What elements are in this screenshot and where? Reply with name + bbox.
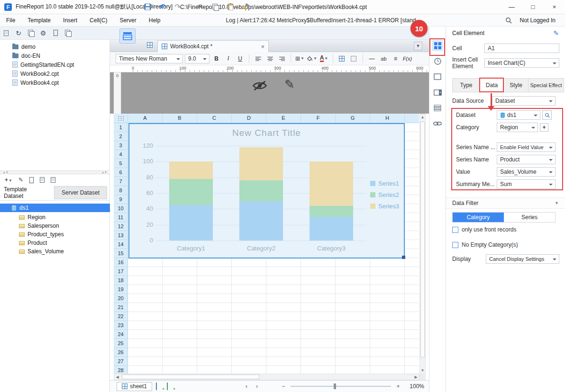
italic-button[interactable]: I: [223, 53, 233, 64]
preview-button[interactable]: [25, 28, 37, 38]
tree-folder[interactable]: demo: [0, 42, 109, 51]
row-header[interactable]: 7: [114, 177, 128, 186]
layers-tool[interactable]: [432, 102, 443, 114]
menu-item[interactable]: Server: [113, 14, 142, 27]
maximize-button[interactable]: □: [522, 0, 544, 14]
row-header[interactable]: 2: [114, 132, 128, 141]
data-source-select[interactable]: Dataset: [492, 96, 556, 106]
column-header[interactable]: G: [336, 114, 370, 123]
tree-file[interactable]: GettingStartedEN.cpt: [0, 60, 109, 69]
edit-dataset-button[interactable]: ✎: [18, 177, 23, 183]
close-button[interactable]: ×: [544, 0, 565, 14]
row-header[interactable]: 27: [114, 357, 128, 366]
dataset-field[interactable]: Region: [0, 213, 110, 222]
menu-item[interactable]: File: [0, 14, 21, 27]
zoom-slider-thumb[interactable]: [334, 383, 336, 389]
row-header[interactable]: 5: [114, 159, 128, 168]
row-header[interactable]: 13: [114, 231, 128, 240]
horizontal-scrollbar[interactable]: ◀ ▶: [114, 374, 419, 380]
zoom-out-button[interactable]: −: [280, 383, 287, 390]
vertical-scroll-thumb[interactable]: [420, 122, 425, 357]
row-header[interactable]: 17: [114, 267, 128, 276]
chart[interactable]: New Chart Title 020406080100120Category1…: [128, 123, 405, 258]
row-header[interactable]: 10: [114, 204, 128, 213]
row-header[interactable]: 1: [114, 123, 128, 132]
shape-tool[interactable]: [432, 71, 443, 82]
add-poly-sheet-button[interactable]: +: [167, 383, 174, 390]
underline-button[interactable]: U: [235, 53, 245, 64]
tab-close-icon[interactable]: ×: [261, 43, 264, 50]
front-records-checkbox[interactable]: [452, 227, 458, 233]
font-color-button[interactable]: A▼: [319, 53, 329, 64]
tab-style[interactable]: Style: [504, 79, 529, 92]
plugin-manager-button[interactable]: ⚙: [37, 28, 49, 38]
zoom-in-button[interactable]: +: [395, 383, 401, 390]
log-status-text[interactable]: Log | Alert:17:26:42 MetricProxy$Buffere…: [226, 17, 416, 24]
row-header[interactable]: 19: [114, 285, 128, 294]
paste-button[interactable]: [224, 1, 237, 12]
search-button[interactable]: [502, 17, 515, 24]
horizontal-scroll-thumb[interactable]: [122, 374, 259, 379]
row-header[interactable]: 8: [114, 186, 128, 195]
row-header[interactable]: 22: [114, 312, 128, 321]
row-header[interactable]: 6: [114, 168, 128, 177]
vertical-scrollbar[interactable]: ▲ ▼: [419, 114, 426, 374]
cell-width-button[interactable]: —: [367, 53, 377, 64]
scroll-left-icon[interactable]: ◀: [115, 375, 120, 379]
add-dataset-button[interactable]: +▼: [5, 177, 12, 183]
no-empty-category-checkbox[interactable]: [452, 242, 458, 248]
select-all-corner[interactable]: [114, 114, 128, 123]
duplicate-button[interactable]: [62, 28, 74, 38]
tab-special-effect[interactable]: Special Effect: [529, 79, 564, 92]
batch-edit-dataset-button[interactable]: [51, 177, 55, 183]
row-header[interactable]: 16: [114, 258, 128, 267]
unmerge-cells-button[interactable]: [349, 53, 359, 64]
display-select[interactable]: Cancel Display Settings: [486, 254, 559, 264]
row-header[interactable]: 24: [114, 330, 128, 339]
server-dataset-tab[interactable]: Server Dataset: [54, 186, 107, 199]
row-header[interactable]: 26: [114, 348, 128, 357]
column-header[interactable]: D: [232, 114, 266, 123]
row-header[interactable]: 11: [114, 213, 128, 222]
row-header[interactable]: 28: [114, 366, 128, 374]
merge-cells-button[interactable]: [337, 53, 347, 64]
column-header[interactable]: A: [128, 114, 163, 123]
dataset-field[interactable]: Sales_Volume: [0, 247, 110, 256]
column-header[interactable]: B: [163, 114, 197, 123]
formula-button[interactable]: F(x): [402, 53, 412, 64]
widget-tool[interactable]: [432, 87, 443, 98]
row-header[interactable]: 23: [114, 321, 128, 330]
cell-address-input[interactable]: [484, 44, 559, 53]
column-header[interactable]: C: [197, 114, 232, 123]
delete-button[interactable]: [49, 28, 62, 38]
text-style-button[interactable]: ab: [379, 53, 389, 64]
column-header[interactable]: E: [266, 114, 301, 123]
bold-button[interactable]: B: [211, 53, 221, 64]
align-left-button[interactable]: [253, 53, 263, 64]
login-status[interactable]: Not Logged In: [520, 17, 556, 24]
dataset-field[interactable]: Product: [0, 239, 110, 247]
align-center-button[interactable]: [265, 53, 275, 64]
undo-button[interactable]: ↶: [156, 1, 169, 12]
floating-element-tool[interactable]: [432, 55, 443, 67]
border-button[interactable]: ⊞▼: [295, 53, 305, 64]
row-header[interactable]: 12: [114, 222, 128, 231]
preview-dataset-button[interactable]: [40, 177, 45, 183]
edit-template-button[interactable]: ✎: [284, 77, 295, 92]
dataset-item-ds1[interactable]: ds1: [0, 204, 110, 212]
format-painter-button[interactable]: [239, 1, 252, 12]
menu-item[interactable]: Cell(C): [83, 14, 113, 27]
row-header[interactable]: 3: [114, 141, 128, 150]
tab-type[interactable]: Type: [453, 79, 480, 92]
font-family-select[interactable]: Times New Roman: [116, 54, 183, 63]
scroll-down-icon[interactable]: ▼: [420, 368, 425, 373]
sheet-scroll-left[interactable]: ‹: [243, 383, 250, 390]
data-filter-header[interactable]: Data Filter ▼: [446, 197, 565, 209]
tree-folder[interactable]: doc-EN: [0, 51, 109, 60]
insert-element-select[interactable]: Insert Chart(C): [484, 58, 559, 68]
tree-file[interactable]: WorkBook4.cpt: [0, 78, 109, 87]
hyperlink-tool[interactable]: [432, 118, 443, 129]
row-header[interactable]: 15: [114, 249, 128, 258]
edit-pencil-icon[interactable]: ✎: [553, 29, 559, 37]
scroll-up-icon[interactable]: ▲: [420, 115, 425, 119]
